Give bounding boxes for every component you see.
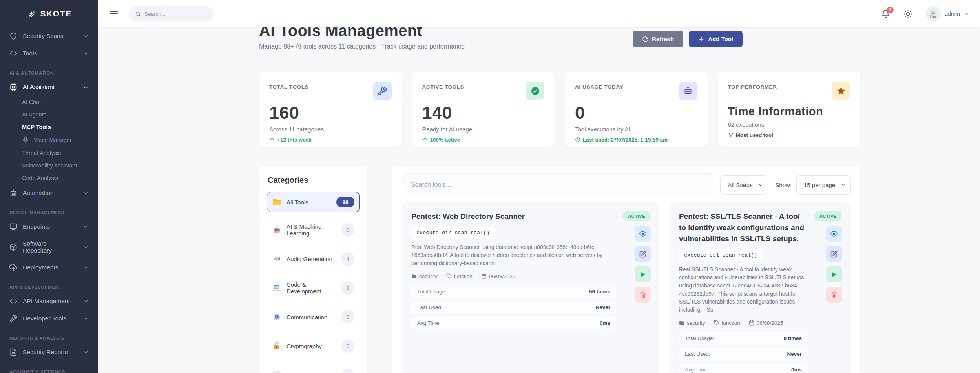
- tool-card: Pentest: SSL/TLS Scanner - A tool to ide…: [670, 202, 851, 373]
- category-item[interactable]: All Tools 98: [267, 192, 360, 212]
- delete-tool-button[interactable]: [635, 287, 651, 303]
- theme-toggle-button[interactable]: [903, 9, 912, 18]
- user-name: admin: [945, 11, 960, 17]
- stat-icon-tile: [526, 82, 544, 100]
- cat-speaker-icon: [272, 254, 281, 264]
- run-tool-button[interactable]: [635, 266, 651, 282]
- calendar-icon: [749, 320, 754, 326]
- sidebar-subitem[interactable]: Vulnerability Assistant: [0, 159, 98, 172]
- category-list: All Tools 98 AI & Machine Learning 0 Aud: [267, 192, 360, 373]
- sidebar-item[interactable]: Developer Tools: [0, 310, 98, 327]
- robot-line-icon: [9, 189, 17, 197]
- sidebar-item[interactable]: Software Repository: [0, 235, 98, 259]
- category-item[interactable]: Audio Generation 4: [267, 247, 360, 270]
- sidebar-subitem[interactable]: MCP Tools: [0, 121, 98, 133]
- sidebar-item[interactable]: Tools: [0, 45, 98, 62]
- sidebar-subitem[interactable]: Voice Manager: [0, 133, 98, 147]
- avg-time-row: Avg Time: 0ms: [411, 317, 616, 329]
- sidebar-item-label: AI Assistant: [23, 84, 55, 91]
- stat-value: 140: [422, 103, 545, 123]
- brand-logo[interactable]: SKOTE: [0, 0, 98, 27]
- edit-tool-button[interactable]: [826, 246, 842, 262]
- status-filter-select[interactable]: All Status: [720, 175, 768, 195]
- page-size-select[interactable]: 15 per page: [796, 175, 851, 195]
- notifications-button[interactable]: 3: [881, 9, 890, 18]
- category-count-badge: 0: [341, 339, 354, 353]
- category-item[interactable]: Code & Development 3: [267, 277, 360, 299]
- stat-trend: Last used: 27/07/2025, 1:19:59 am: [575, 137, 697, 143]
- delete-tool-button[interactable]: [826, 287, 842, 303]
- sidebar-subitem[interactable]: Code Analysis: [0, 172, 98, 184]
- sidebar-item[interactable]: API Management: [0, 293, 98, 310]
- category-item[interactable]: Cryptography 0: [267, 335, 360, 357]
- folder-icon: [411, 273, 417, 279]
- status-badge: ACTIVE: [814, 211, 842, 221]
- category-item[interactable]: Data Analysis 1: [267, 364, 360, 373]
- sidebar-item[interactable]: Automation: [0, 184, 98, 202]
- cloud-upload-icon: [9, 264, 17, 271]
- sidebar-item[interactable]: Security Scans: [0, 27, 98, 45]
- arrow-up-icon: [269, 137, 275, 142]
- sidebar-subitem[interactable]: Threat Analysis: [0, 147, 98, 159]
- avatar-alt-text: Hea: [930, 15, 936, 18]
- stat-label: TOTAL TOOLS: [269, 84, 308, 90]
- tool-name: Pentest: Web Directory Scanner: [411, 211, 616, 222]
- sidebar-item-label: API Management: [23, 298, 70, 305]
- user-menu[interactable]: Hea admin: [926, 6, 969, 21]
- view-tool-button[interactable]: [826, 226, 842, 242]
- tool-date: 06/08/2025: [749, 320, 783, 326]
- sidebar-item[interactable]: Endpoints: [0, 218, 98, 235]
- tool-tag: function: [446, 273, 473, 279]
- status-badge: ACTIVE: [622, 211, 651, 221]
- clock-icon: [575, 137, 580, 142]
- category-label: Data Analysis: [287, 372, 336, 373]
- sidebar-section-label: AI & AUTOMATION: [0, 62, 98, 78]
- play-icon: [639, 271, 646, 278]
- plus-icon: [698, 36, 704, 42]
- chevron-down-icon: [83, 265, 89, 271]
- sidebar-subitem-label: AI Agents: [22, 111, 46, 118]
- tool-card: Pentest: Web Directory Scanner execute_d…: [402, 202, 659, 373]
- tool-tag: function: [714, 320, 740, 326]
- refresh-button[interactable]: Refresh: [633, 31, 683, 47]
- cpu-icon: [9, 83, 17, 91]
- tag-icon: [714, 320, 719, 326]
- edit-icon: [639, 251, 646, 258]
- stat-icon-tile: [832, 82, 850, 100]
- sidebar-item-label: Automation: [23, 189, 53, 197]
- add-tool-button[interactable]: Add Tool: [689, 31, 743, 47]
- stat-label: TOP PERFORMER: [728, 84, 777, 90]
- sidebar-subitem-label: Voice Manager: [34, 137, 72, 143]
- menu-toggle-icon[interactable]: [109, 9, 119, 18]
- mic-icon: [22, 136, 29, 144]
- sidebar-subitem-label: MCP Tools: [22, 124, 51, 130]
- global-search-input[interactable]: [144, 11, 199, 17]
- sidebar-item[interactable]: Deployments: [0, 259, 98, 276]
- main-content: AI Tools Management Manage 98+ AI tools …: [98, 22, 980, 373]
- tool-description: Real Web Directory Scanner using databas…: [411, 244, 616, 268]
- sidebar-section-label: ACCOUNT & SETTINGS: [0, 361, 98, 373]
- category-item[interactable]: Communication 0: [267, 306, 360, 328]
- view-tool-button[interactable]: [635, 226, 651, 242]
- stat-value: 160: [269, 103, 392, 123]
- tool-function-chip: execute_dir_scan_real(): [411, 227, 495, 239]
- category-item[interactable]: AI & Machine Learning 0: [267, 218, 360, 241]
- chevron-down-icon: [83, 298, 89, 304]
- cat-chart-icon: [272, 370, 281, 373]
- sidebar-item[interactable]: Security Reports: [0, 344, 98, 361]
- run-tool-button[interactable]: [826, 266, 842, 282]
- global-search[interactable]: [129, 6, 214, 21]
- sidebar-section-label: DEVICE MANAGEMENT: [0, 202, 98, 218]
- brand-name: SKOTE: [40, 9, 72, 18]
- sidebar-subitem[interactable]: AI Chat: [0, 96, 98, 108]
- code-icon: [9, 297, 17, 305]
- sidebar-subitem[interactable]: AI Agents: [0, 108, 98, 121]
- last-used-row: Last Used: Never: [411, 301, 616, 313]
- edit-tool-button[interactable]: [635, 246, 651, 262]
- tools-search-input[interactable]: [402, 173, 713, 196]
- category-label: All Tools: [287, 199, 331, 206]
- sidebar-item[interactable]: AI Assistant: [0, 78, 98, 96]
- chevron-down-icon: [83, 51, 89, 56]
- sidebar-item-label: Software Repository: [23, 240, 77, 254]
- edit-icon: [830, 251, 838, 258]
